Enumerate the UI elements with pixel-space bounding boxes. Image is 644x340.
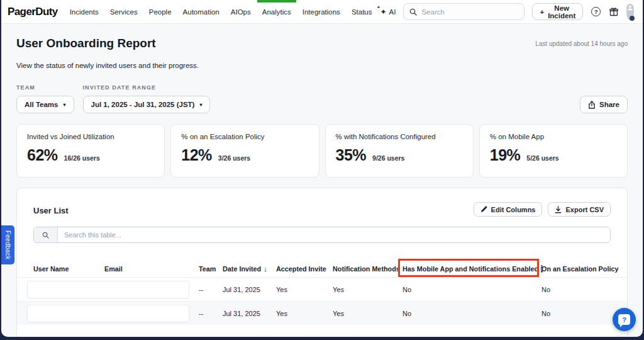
- col-header-team[interactable]: Team: [199, 265, 223, 273]
- help-widget-button[interactable]: ?: [613, 308, 636, 331]
- nav-item-aiops[interactable]: AIOps: [225, 0, 257, 24]
- cell-accepted-invite: Yes: [276, 310, 333, 317]
- pencil-icon: [480, 206, 487, 213]
- nav-item-status[interactable]: Status: [346, 0, 378, 24]
- table-row: -- Jul 31, 2025 Yes Yes No No: [17, 277, 627, 301]
- question-circle-icon: ?: [591, 7, 601, 16]
- chevron-down-icon: ▾: [63, 102, 65, 108]
- table-row: -- Jul 31, 2025 Yes Yes No No: [17, 301, 627, 325]
- nav-item-automation[interactable]: Automation: [177, 0, 225, 24]
- table-search: [33, 227, 611, 243]
- redacted-user-info: [27, 281, 189, 298]
- col-header-user-name[interactable]: User Name: [33, 265, 104, 273]
- col-header-date-invited[interactable]: Date Invited ↓: [223, 265, 276, 273]
- col-header-notification-methods[interactable]: Notification Methods: [333, 265, 402, 273]
- user-list-card: User List Edit Columns Export CSV: [16, 188, 628, 337]
- nav-item-integrations[interactable]: Integrations: [297, 0, 346, 24]
- cell-accepted-invite: Yes: [276, 286, 333, 293]
- ai-label: AI: [389, 8, 396, 16]
- table-header-row: User Name Email Team Date Invited ↓ Acce…: [17, 261, 627, 277]
- team-filter-dropdown[interactable]: All Teams ▾: [16, 96, 74, 113]
- page-title: User Onboarding Report: [16, 37, 156, 50]
- metric-detail: 3/26 users: [218, 154, 250, 162]
- page-subtitle: View the status of newly invited users a…: [16, 62, 628, 69]
- cell-date-invited: Jul 31, 2025: [223, 286, 276, 293]
- redacted-user-info: [27, 305, 189, 322]
- nav-item-incidents[interactable]: Incidents: [64, 0, 104, 24]
- metric-value: 12%: [181, 146, 212, 164]
- invited-date-range-dropdown[interactable]: Jul 1, 2025 - Jul 31, 2025 (JST) ▾: [83, 96, 211, 113]
- primary-nav: Incidents Services People Automation AIO…: [64, 0, 378, 24]
- cell-notification-methods: Yes: [333, 310, 402, 317]
- nav-item-people[interactable]: People: [143, 0, 177, 24]
- cell-date-invited: Jul 31, 2025: [223, 310, 276, 317]
- metric-cards: Invited vs Joined Utilization 62%16/26 u…: [16, 124, 628, 178]
- date-filter-label: INVITED DATE RANGE: [83, 84, 211, 91]
- gift-icon: [609, 7, 619, 17]
- status-dot: [630, 16, 635, 21]
- question-bubble-icon: ?: [618, 314, 630, 325]
- col-header-accepted-invite[interactable]: Accepted Invite: [276, 265, 333, 273]
- search-icon: [409, 8, 417, 16]
- top-navigation: PagerDuty Incidents Services People Auto…: [1, 0, 643, 24]
- main-content: User Onboarding Report Last updated abou…: [1, 37, 643, 337]
- chevron-down-icon: ▾: [199, 102, 202, 108]
- date-filter-group: INVITED DATE RANGE Jul 1, 2025 - Jul 31,…: [83, 84, 211, 113]
- metric-value: 35%: [336, 146, 367, 164]
- col-header-on-escalation-policy[interactable]: On an Escalation Policy: [541, 265, 618, 273]
- nav-item-analytics[interactable]: Analytics: [257, 0, 297, 24]
- user-avatar[interactable]: [626, 4, 634, 20]
- metric-card-mobile-app: % on Mobile App 19%5/26 users: [479, 124, 628, 178]
- app-window: PagerDuty Incidents Services People Auto…: [1, 0, 643, 337]
- cell-on-escalation-policy: No: [541, 310, 611, 317]
- table-title: User List: [33, 206, 69, 215]
- ai-assistant-button[interactable]: +✦ AI: [380, 8, 396, 16]
- team-filter-label: TEAM: [16, 84, 74, 91]
- global-search-input[interactable]: [421, 8, 518, 16]
- whats-new-button[interactable]: [609, 7, 619, 17]
- metric-card-notifications-configured: % with Notifications Configured 35%9/26 …: [325, 124, 474, 178]
- cell-has-mobile-app: No: [402, 286, 541, 293]
- share-icon: [588, 101, 596, 109]
- nav-item-services[interactable]: Services: [104, 0, 143, 24]
- search-icon: [42, 232, 49, 239]
- sparkle-icon: +✦: [380, 8, 386, 16]
- cell-team: --: [199, 286, 223, 293]
- plus-icon: +: [540, 8, 544, 16]
- col-header-has-mobile-app[interactable]: Has Mobile App and Notifications Enabled…: [402, 265, 541, 273]
- metric-detail: 9/26 users: [372, 154, 404, 162]
- metric-value: 62%: [27, 146, 58, 164]
- table-search-button[interactable]: [34, 227, 58, 242]
- cell-notification-methods: Yes: [333, 286, 402, 293]
- team-filter-group: TEAM All Teams ▾: [16, 84, 74, 113]
- metric-card-escalation-policy: % on an Escalation Policy 12%3/26 users: [170, 124, 319, 178]
- metric-card-invited-vs-joined: Invited vs Joined Utilization 62%16/26 u…: [16, 124, 165, 178]
- cell-has-mobile-app: No: [402, 310, 541, 317]
- pagerduty-logo[interactable]: PagerDuty: [8, 6, 58, 18]
- metric-value: 19%: [490, 146, 521, 164]
- export-csv-button[interactable]: Export CSV: [548, 202, 611, 217]
- col-header-email[interactable]: Email: [104, 265, 199, 273]
- feedback-tab[interactable]: Feedback: [1, 225, 14, 264]
- sort-desc-icon: ↓: [264, 265, 267, 273]
- metric-detail: 5/26 users: [526, 154, 558, 162]
- cell-on-escalation-policy: No: [541, 286, 611, 293]
- global-search: [403, 3, 525, 20]
- download-icon: [555, 206, 562, 213]
- last-updated-text: Last updated about 14 hours ago: [535, 40, 628, 47]
- filter-bar: TEAM All Teams ▾ INVITED DATE RANGE Jul …: [16, 84, 628, 113]
- metric-detail: 16/26 users: [64, 154, 100, 162]
- cell-team: --: [199, 310, 223, 317]
- help-button[interactable]: ?: [591, 7, 601, 16]
- table-search-input[interactable]: [58, 227, 610, 242]
- edit-columns-button[interactable]: Edit Columns: [474, 202, 543, 217]
- new-incident-button[interactable]: + New Incident: [532, 3, 583, 20]
- share-button[interactable]: Share: [580, 96, 628, 113]
